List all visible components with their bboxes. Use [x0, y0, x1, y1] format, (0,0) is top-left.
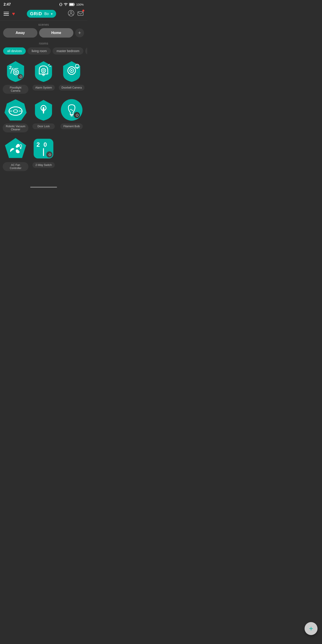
svg-rect-5: [70, 3, 74, 6]
logo-text: GRiD: [30, 11, 42, 16]
svg-point-19: [71, 70, 72, 71]
scenes-row: Away Home +: [0, 28, 87, 38]
ac-fan-icon: [4, 137, 27, 160]
header-right: [68, 10, 84, 18]
svg-rect-14: [42, 74, 45, 75]
devices-grid: 2 ⏻ Floodlight Camera: [0, 60, 87, 171]
svg-point-3: [65, 5, 66, 6]
location-label: Bo: [44, 12, 49, 16]
robotic-vacuum-label: Robotic Vacuum Cleaner: [3, 124, 28, 132]
device-robotic-vacuum[interactable]: Robotic Vacuum Cleaner: [3, 98, 28, 132]
room-living-room-button[interactable]: living room: [28, 48, 51, 54]
svg-text:⏻: ⏻: [76, 113, 79, 117]
room-master-bedroom-button[interactable]: master bedroom: [52, 48, 84, 54]
status-bar: 2:47 100%: [0, 0, 87, 8]
svg-rect-2: [62, 4, 62, 5]
profile-icon: [68, 10, 74, 16]
device-alarm-system[interactable]: Alarm System: [31, 60, 56, 94]
svg-point-35: [14, 147, 17, 150]
status-time: 2:47: [4, 2, 11, 6]
svg-text:0: 0: [44, 141, 47, 148]
alarm-system-icon: [32, 60, 55, 83]
home-indicator: [0, 184, 87, 188]
door-lock-label: Door Lock: [32, 124, 55, 129]
svg-rect-8: [78, 12, 83, 16]
device-ac-fan[interactable]: AC Fan Controller: [3, 137, 28, 171]
svg-text:⏻: ⏻: [19, 75, 22, 78]
device-door-lock[interactable]: Door Lock: [31, 98, 56, 132]
svg-point-27: [43, 107, 44, 109]
header-left: ♥: [4, 11, 15, 17]
two-way-switch-label: 2-Way Switch: [32, 162, 55, 168]
two-way-switch-icon: 2 0 ⏻: [32, 137, 55, 160]
rooms-row: all devices living room master bedroom +: [0, 47, 87, 55]
wifi-icon: [64, 3, 68, 6]
mail-badge: [82, 10, 84, 12]
device-filament-bulb[interactable]: ⏻ Filament Bulb: [59, 98, 84, 132]
doorbell-camera-label: Doorbell Camera: [59, 85, 84, 90]
header: ♥ GRiD Bo ▾: [0, 8, 87, 20]
messages-button[interactable]: [77, 10, 84, 18]
alarm-system-label: Alarm System: [32, 85, 55, 90]
room-all-devices-button[interactable]: all devices: [3, 48, 26, 54]
doorbell-camera-icon: [60, 60, 84, 83]
chevron-down-icon: ▾: [51, 12, 52, 16]
svg-rect-0: [60, 3, 62, 6]
rooms-label: rooms: [0, 42, 87, 45]
location-selector[interactable]: GRiD Bo ▾: [27, 10, 56, 18]
vibrate-icon: [59, 3, 62, 6]
scene-home-button[interactable]: Home: [39, 28, 73, 38]
svg-rect-20: [76, 68, 78, 68]
svg-point-7: [70, 12, 72, 13]
filament-bulb-icon: ⏻: [60, 98, 84, 122]
scene-away-button[interactable]: Away: [3, 28, 37, 38]
scenes-label: scenes: [0, 23, 87, 26]
menu-button[interactable]: [4, 12, 9, 16]
battery-icon: [69, 3, 75, 6]
robotic-vacuum-icon: [4, 98, 27, 122]
profile-button[interactable]: [68, 10, 74, 18]
device-doorbell-camera[interactable]: Doorbell Camera: [59, 60, 84, 94]
svg-rect-1: [60, 4, 60, 5]
svg-text:2: 2: [9, 65, 12, 70]
favorites-button[interactable]: ♥: [12, 11, 15, 17]
divider: [0, 20, 87, 20]
battery-percent: 100%: [76, 3, 84, 6]
floodlight-camera-label: Floodlight Camera: [3, 85, 28, 94]
ac-fan-label: AC Fan Controller: [3, 162, 28, 171]
svg-text:⏻: ⏻: [48, 153, 52, 156]
add-scene-button[interactable]: +: [75, 28, 84, 37]
status-icons: 100%: [59, 3, 84, 6]
device-two-way-switch[interactable]: 2 0 ⏻ 2-Way Switch: [31, 137, 56, 171]
door-lock-icon: [32, 98, 55, 122]
device-floodlight-camera[interactable]: 2 ⏻ Floodlight Camera: [3, 60, 28, 94]
floodlight-camera-icon: 2 ⏻: [4, 60, 27, 83]
add-room-button[interactable]: +: [85, 47, 87, 55]
svg-text:2: 2: [36, 141, 40, 148]
filament-bulb-label: Filament Bulb: [60, 124, 83, 129]
